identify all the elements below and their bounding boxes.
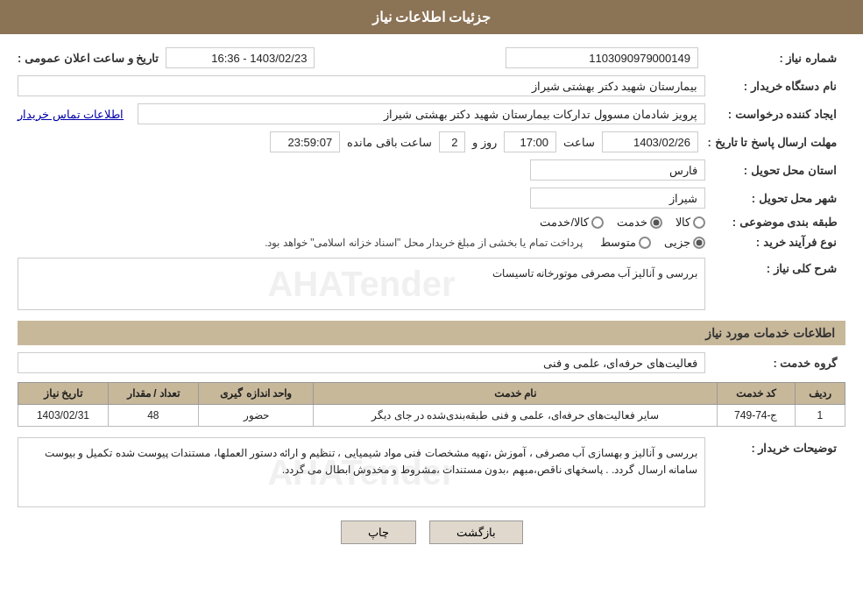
table-row: 1 ج-74-749 سایر فعالیت‌های حرفه‌ای، علمی… [18, 405, 845, 427]
deadline-days-value: 2 [439, 131, 465, 152]
purchase-type-radio-group: جزیی متوسط [600, 236, 705, 249]
buyer-name-label: نام دستگاه خریدار : [705, 80, 845, 93]
need-number-label: شماره نیاز : [705, 52, 845, 65]
deadline-days-label: روز و [472, 136, 497, 149]
radio-kala-khedmat-icon [591, 216, 604, 229]
need-description-box: بررسی و آنالیز آب مصرفی موتورخانه تاسیسا… [18, 258, 705, 310]
print-button[interactable]: چاپ [341, 520, 416, 544]
radio-motevasset-icon [639, 237, 651, 249]
back-button[interactable]: بازگشت [429, 520, 523, 544]
buyer-name-value: بیمارستان شهید دکتر بهشتی شیراز [18, 75, 705, 96]
cell-row-num: 1 [795, 405, 845, 427]
category-option-kala-khedmat[interactable]: کالا/خدمت [540, 216, 604, 229]
buyer-description-label: توضیحات خریدار : [705, 437, 845, 455]
col-unit: واحد اندازه گیری [198, 383, 314, 405]
buyer-description-text: بررسی و آنالیز و بهسازی آب مصرفی ، آموزش… [45, 447, 697, 476]
deadline-date-value: 1403/02/26 [602, 131, 698, 152]
category-label: طبقه بندی موضوعی : [705, 216, 845, 229]
category-option-kala[interactable]: کالا [676, 216, 705, 229]
purchase-type-label: نوع فرآیند خرید : [705, 236, 845, 249]
purchase-note: پرداخت تمام یا بخشی از مبلغ خریدار محل "… [265, 237, 583, 249]
col-service-name: نام خدمت [314, 383, 718, 405]
services-table: ردیف کد خدمت نام خدمت واحد اندازه گیری ت… [18, 382, 845, 427]
need-number-value: 1103090979000149 [506, 47, 698, 68]
cell-date: 1403/02/31 [18, 405, 109, 427]
cell-service-code: ج-74-749 [717, 405, 795, 427]
creator-value: پرویز شادمان مسوول تدارکات بیمارستان شهی… [138, 103, 705, 124]
deadline-remaining-label: ساعت باقی مانده [347, 136, 432, 149]
cell-quantity: 48 [108, 405, 198, 427]
response-deadline-label: مهلت ارسال پاسخ تا تاریخ : [705, 136, 845, 149]
col-service-code: کد خدمت [717, 383, 795, 405]
page-header: جزئیات اطلاعات نیاز [0, 0, 863, 34]
need-description-text: بررسی و آنالیز آب مصرفی موتورخانه تاسیسا… [492, 267, 697, 280]
col-row-num: ردیف [795, 383, 845, 405]
creator-label: ایجاد کننده درخواست : [705, 108, 845, 121]
need-description-label: شرح کلی نیاز : [705, 258, 845, 275]
announce-datetime-value: 1403/02/23 - 16:36 [166, 47, 315, 68]
contact-link[interactable]: اطلاعات تماس خریدار [18, 108, 124, 121]
service-group-label: گروه خدمت : [705, 357, 845, 370]
cell-unit: حضور [198, 405, 314, 427]
cell-service-name: سایر فعالیت‌های حرفه‌ای، علمی و فنی طبقه… [314, 405, 718, 427]
radio-kala-icon [693, 216, 705, 229]
service-group-value: فعالیت‌های حرفه‌ای، علمی و فنی [18, 352, 705, 373]
province-label: استان محل تحویل : [705, 164, 845, 177]
buttons-row: بازگشت چاپ [18, 520, 845, 557]
col-quantity: تعداد / مقدار [108, 383, 198, 405]
deadline-time-label: ساعت [563, 136, 595, 149]
radio-khedmat-icon [650, 216, 662, 229]
page-title: جزئیات اطلاعات نیاز [372, 10, 492, 25]
radio-jozii-icon [693, 237, 705, 249]
city-label: شهر محل تحویل : [705, 192, 845, 205]
province-value: فارس [530, 159, 705, 181]
deadline-remaining-value: 23:59:07 [270, 131, 340, 152]
deadline-time-value: 17:00 [504, 131, 556, 152]
city-value: شیراز [530, 188, 705, 209]
category-radio-group: کالا خدمت کالا/خدمت [540, 216, 705, 229]
purchase-option-jozii[interactable]: جزیی [664, 236, 705, 249]
category-option-khedmat[interactable]: خدمت [617, 216, 662, 229]
col-date: تاریخ نیاز [18, 383, 109, 405]
purchase-option-motevasset[interactable]: متوسط [600, 236, 651, 249]
buyer-description-box: بررسی و آنالیز و بهسازی آب مصرفی ، آموزش… [18, 437, 705, 507]
services-table-section: ردیف کد خدمت نام خدمت واحد اندازه گیری ت… [18, 382, 845, 427]
services-section-header: اطلاعات خدمات مورد نیاز [18, 321, 845, 345]
announce-datetime-label: تاریخ و ساعت اعلان عمومی : [18, 52, 159, 65]
